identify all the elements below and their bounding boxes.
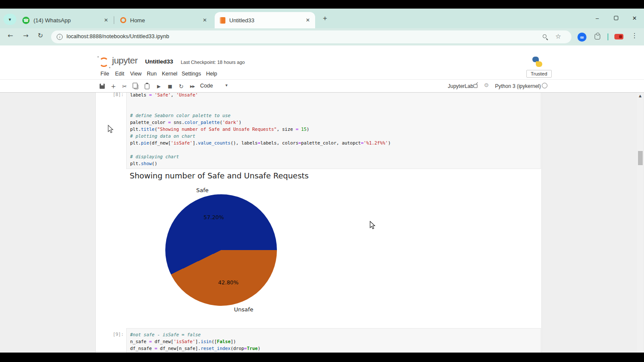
- code-editor[interactable]: #not safe - isSafe = falsen_safe = df_ne…: [127, 329, 541, 353]
- tab-label: Home: [130, 17, 197, 24]
- kernel-name[interactable]: Python 3 (ipykernel): [495, 83, 541, 89]
- menu-view[interactable]: View: [130, 71, 142, 77]
- save-icon: [100, 84, 105, 89]
- restart-run-all-button[interactable]: ▶▶: [187, 82, 197, 90]
- code-editor[interactable]: labels = 'Safe', 'Unsafe' # define Seabo…: [127, 93, 541, 169]
- code-cell-input[interactable]: #not safe - isSafe = falsen_safe = df_ne…: [126, 328, 541, 353]
- external-link-icon: [474, 84, 477, 88]
- insert-cell-button[interactable]: +: [108, 82, 118, 90]
- stop-kernel-button[interactable]: ■: [165, 82, 175, 90]
- browser-window: ▾ ☎ (14) WhatsApp ✕ Home ✕ Untitled33 ✕ …: [0, 9, 644, 353]
- chevron-down-icon: ▾: [9, 17, 11, 22]
- restart-kernel-button[interactable]: ↻: [176, 82, 186, 90]
- notebook-scrollbar[interactable]: ▲: [637, 93, 643, 353]
- jupyter-page: jupyter Untitled33 Last Checkpoint: 18 h…: [0, 45, 644, 353]
- close-window-button[interactable]: ✕: [628, 13, 641, 23]
- forward-icon[interactable]: →: [21, 32, 31, 39]
- pie-chart: [165, 194, 277, 306]
- jupyter-ring-icon: [120, 17, 126, 23]
- tab-search-button[interactable]: ▾: [3, 14, 16, 25]
- tab-divider: [114, 16, 114, 24]
- pie-pct-unsafe: 42.80%: [218, 279, 239, 286]
- trusted-badge[interactable]: Trusted: [526, 70, 552, 78]
- whatsapp-icon: ☎: [22, 17, 30, 24]
- scroll-up-icon[interactable]: ▲: [637, 94, 643, 98]
- extension-red-icon[interactable]: [614, 34, 623, 39]
- cell-type-dropdown[interactable]: Code: [200, 83, 213, 89]
- copy-cell-button[interactable]: [131, 82, 141, 90]
- cell-prompt: [9]:: [106, 331, 124, 338]
- pie-slice-label-unsafe: Unsafe: [234, 306, 253, 313]
- reload-icon[interactable]: ↻: [35, 32, 46, 39]
- chart-title: Showing number of Safe and Unsafe Reques…: [130, 171, 309, 180]
- code-cell-input[interactable]: labels = 'Safe', 'Unsafe' # define Seabo…: [126, 93, 541, 169]
- notebook-toolbar: + ✂ ▶ ■ ↻ ▶▶ Code ▾ JupyterLab ⚙ Python …: [0, 80, 644, 93]
- menu-help[interactable]: Help: [206, 71, 217, 77]
- toolbar-separator: [608, 33, 608, 40]
- cut-cell-button[interactable]: ✂: [119, 82, 130, 90]
- menu-settings[interactable]: Settings: [182, 71, 201, 77]
- extensions-puzzle-icon[interactable]: [595, 34, 600, 39]
- python-logo-icon: [532, 57, 542, 67]
- maximize-button[interactable]: [610, 13, 623, 23]
- pie-pct-safe: 57.20%: [204, 214, 224, 220]
- bookmark-star-icon[interactable]: ☆: [556, 33, 561, 40]
- url-text[interactable]: localhost:8888/notebooks/Untitled33.ipyn…: [67, 33, 169, 39]
- jupyter-logo-text: jupyter: [112, 55, 138, 66]
- pie-slice-label-safe: Safe: [196, 187, 209, 193]
- paste-cell-button[interactable]: [142, 82, 152, 90]
- close-icon[interactable]: ✕: [306, 17, 310, 23]
- menu-bar: File Edit View Run Kernel Settings Help …: [0, 69, 644, 80]
- mouse-cursor: [370, 221, 376, 229]
- run-cell-button[interactable]: ▶: [154, 82, 164, 90]
- tab-label: Untitled33: [229, 17, 301, 24]
- mouse-cursor-ghost: [108, 125, 114, 133]
- tab-strip: ▾ ☎ (14) WhatsApp ✕ Home ✕ Untitled33 ✕ …: [0, 9, 644, 28]
- video-frame: ▾ ☎ (14) WhatsApp ✕ Home ✕ Untitled33 ✕ …: [0, 0, 644, 362]
- tab-untitled33[interactable]: Untitled33 ✕: [215, 12, 315, 28]
- extension-blue-icon[interactable]: ∞: [577, 33, 586, 42]
- tab-label: (14) WhatsApp: [33, 17, 99, 24]
- close-icon[interactable]: ✕: [104, 17, 108, 23]
- new-tab-button[interactable]: +: [319, 13, 331, 24]
- tab-home[interactable]: Home ✕: [115, 12, 212, 28]
- notebook-viewport[interactable]: [8]: labels = 'Safe', 'Unsafe' # define …: [0, 93, 644, 353]
- maximize-icon: [614, 16, 618, 20]
- back-icon[interactable]: ←: [5, 32, 15, 39]
- cell-prompt: [8]:: [106, 93, 124, 98]
- close-icon[interactable]: ✕: [203, 17, 207, 23]
- save-button[interactable]: [97, 82, 107, 90]
- chevron-down-icon: ▾: [225, 83, 228, 87]
- site-info-icon[interactable]: i: [57, 34, 63, 40]
- zoom-icon[interactable]: [543, 34, 547, 38]
- scrollbar-thumb[interactable]: [638, 151, 643, 165]
- jupyter-logo-icon: [99, 57, 109, 67]
- browser-toolbar: ← → ↻ i localhost:8888/notebooks/Untitle…: [0, 28, 644, 45]
- menu-file[interactable]: File: [100, 71, 109, 77]
- paste-icon: [145, 84, 149, 89]
- notebook-file-icon: [220, 17, 225, 24]
- chrome-menu-icon[interactable]: ⋮: [630, 32, 639, 39]
- gear-icon[interactable]: ⚙: [484, 82, 489, 88]
- menu-kernel[interactable]: Kernel: [162, 71, 177, 77]
- checkpoint-text: Last Checkpoint: 18 hours ago: [181, 60, 245, 65]
- jupyterlab-link[interactable]: JupyterLab: [448, 83, 473, 89]
- minimize-button[interactable]: –: [591, 13, 604, 23]
- menu-run[interactable]: Run: [147, 71, 157, 77]
- tab-whatsapp[interactable]: ☎ (14) WhatsApp ✕: [17, 12, 113, 28]
- notebook-title[interactable]: Untitled33: [145, 58, 173, 65]
- address-bar[interactable]: i localhost:8888/notebooks/Untitled33.ip…: [51, 30, 571, 43]
- kernel-status-icon: [542, 83, 547, 88]
- copy-icon: [134, 84, 138, 89]
- menu-edit[interactable]: Edit: [115, 71, 125, 77]
